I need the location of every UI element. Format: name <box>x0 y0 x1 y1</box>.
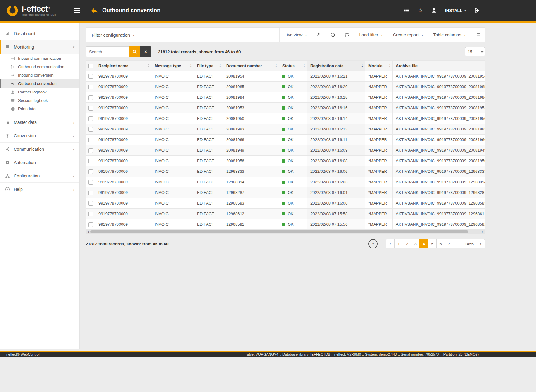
page-size-select[interactable]: 15 <box>465 47 485 56</box>
column-header-archive-file[interactable]: Archive file <box>393 61 485 71</box>
table-row[interactable]: 9919778700009 INVOIC EDIFACT 20081956 OK… <box>86 156 485 166</box>
table-row[interactable]: 9919778700009 INVOIC EDIFACT 12968583 OK… <box>86 198 485 209</box>
column-header-module[interactable]: Module▲▼ <box>365 61 393 71</box>
refresh-button[interactable] <box>312 28 326 42</box>
table-row[interactable]: 9919778700009 INVOIC EDIFACT 20081950 OK… <box>86 113 485 124</box>
clear-search-button[interactable]: ✕ <box>140 46 151 57</box>
row-checkbox[interactable] <box>88 180 93 185</box>
row-checkbox[interactable] <box>88 116 93 121</box>
row-checkbox[interactable] <box>88 212 93 216</box>
sidebar-item-inbound-communication[interactable]: Inbound communication <box>0 54 79 63</box>
sidebar-item-help[interactable]: ? Help ‹ <box>0 182 79 196</box>
pagination-page-1[interactable]: 1 <box>394 239 403 248</box>
schedule-button[interactable] <box>326 28 340 42</box>
column-header-registration-date[interactable]: Registration date▲▼ <box>307 61 365 71</box>
install-menu-button[interactable]: INSTALL ▾ <box>443 6 468 15</box>
sidebar-item-monitoring[interactable]: Monitoring ▾ <box>0 40 79 54</box>
row-checkbox[interactable] <box>88 85 93 89</box>
row-checkbox[interactable] <box>88 191 93 195</box>
table-row[interactable]: 9919778700009 INVOIC EDIFACT 12968333 OK… <box>86 166 485 177</box>
logo[interactable]: i-effect® integrated solutions for IBM i <box>6 4 67 17</box>
search-input[interactable] <box>86 46 129 57</box>
sidebar-item-partner-logbook[interactable]: Partner logbook <box>0 88 79 96</box>
status-ok-icon <box>282 75 285 78</box>
sidebar-item-outbound-conversion[interactable]: Outbound conversion <box>0 79 79 88</box>
row-checkbox[interactable] <box>88 138 93 142</box>
sidebar-item-inbound-conversion[interactable]: Inbound conversion <box>0 71 79 79</box>
sidebar-item-master-data[interactable]: Master data ‹ <box>0 116 79 129</box>
table-row[interactable]: 9919778700009 INVOIC EDIFACT 12968581 OK… <box>86 219 485 230</box>
pagination-next[interactable]: › <box>476 239 485 248</box>
scroll-right-icon[interactable]: › <box>480 230 485 234</box>
row-checkbox[interactable] <box>88 127 93 132</box>
cell-module: *MAPPER <box>365 82 393 92</box>
menu-toggle-button[interactable] <box>70 7 83 14</box>
row-checkbox[interactable] <box>88 159 93 163</box>
column-header-document-number[interactable]: Document number▲▼ <box>223 61 279 71</box>
table-row[interactable]: 9919778700009 INVOIC EDIFACT 20081985 OK… <box>86 82 485 92</box>
sidebar-item-communication[interactable]: Communication ‹ <box>0 142 79 156</box>
row-checkbox[interactable] <box>88 201 93 206</box>
sidebar-item-print-data[interactable]: Print data <box>0 105 79 113</box>
pagination-page-2[interactable]: 2 <box>403 239 411 248</box>
table-row[interactable]: 9919778700009 INVOIC EDIFACT 20081949 OK… <box>86 145 485 156</box>
sidebar-item-conversion[interactable]: Conversion ‹ <box>0 129 79 142</box>
logout-button[interactable] <box>471 5 482 16</box>
row-checkbox[interactable] <box>88 222 93 227</box>
row-checkbox[interactable] <box>88 106 93 111</box>
table-row[interactable]: 9919778700009 INVOIC EDIFACT 12968612 OK… <box>86 209 485 219</box>
table-row[interactable]: 9919778700009 INVOIC EDIFACT 20081953 OK… <box>86 103 485 113</box>
row-checkbox[interactable] <box>88 95 93 100</box>
sidebar-item-label: Automation <box>14 160 36 165</box>
column-header-file-type[interactable]: File type▲▼ <box>194 61 223 71</box>
row-checkbox[interactable] <box>88 148 93 153</box>
column-header-recipient-name[interactable]: Recipient name▲▼ <box>95 61 151 71</box>
pagination-page-7[interactable]: 7 <box>445 239 453 248</box>
live-view-button[interactable]: Live view ▾ <box>279 28 312 42</box>
sidebar-item-dashboard[interactable]: Dashboard <box>0 27 79 40</box>
table-body: 9919778700009 INVOIC EDIFACT 20081954 OK… <box>86 71 485 230</box>
scroll-to-top-button[interactable]: ↑ <box>368 239 378 248</box>
auto-refresh-button[interactable] <box>340 28 354 42</box>
favorites-button[interactable]: ☆ <box>415 5 425 16</box>
sidebar-item-outbound-communication[interactable]: Outbound communication <box>0 63 79 71</box>
user-button[interactable] <box>428 5 439 16</box>
table-columns-label: Table columns <box>433 32 461 37</box>
filter-configuration-button[interactable]: Filter configuration ▾ <box>86 28 140 42</box>
pagination-prev[interactable]: ‹ <box>386 239 395 248</box>
status-ok-icon <box>282 138 285 141</box>
table-row[interactable]: 9919778700009 INVOIC EDIFACT 12968287 OK… <box>86 187 485 198</box>
column-header-message-type[interactable]: Message type▲▼ <box>151 61 194 71</box>
table-row[interactable]: 9919778700009 INVOIC EDIFACT 20081966 OK… <box>86 135 485 145</box>
row-checkbox[interactable] <box>88 74 93 79</box>
table-row[interactable]: 9919778700009 INVOIC EDIFACT 20081984 OK… <box>86 92 485 103</box>
row-checkbox[interactable] <box>88 169 93 174</box>
pagination-page-4[interactable]: 4 <box>419 239 428 248</box>
cell-file-type: EDIFACT <box>194 166 223 177</box>
queue-button[interactable] <box>401 5 412 16</box>
scroll-left-icon[interactable]: ‹ <box>86 230 90 234</box>
cell-status: OK <box>279 92 307 103</box>
search-button[interactable] <box>129 46 140 57</box>
pagination-page-5[interactable]: 5 <box>428 239 437 248</box>
sidebar-item-session-logbook[interactable]: Session logbook <box>0 96 79 105</box>
sidebar-item-automation[interactable]: Automation <box>0 156 79 169</box>
pagination-page-6[interactable]: 6 <box>436 239 445 248</box>
scrollbar-thumb[interactable] <box>90 230 468 233</box>
sort-icons: ▲▼ <box>303 64 305 68</box>
list-view-button[interactable] <box>471 28 485 42</box>
sidebar-item-configuration[interactable]: Configuration ‹ <box>0 169 79 182</box>
table-row[interactable]: 9919778700009 INVOIC EDIFACT 12968394 OK… <box>86 177 485 187</box>
table-row[interactable]: 9919778700009 INVOIC EDIFACT 20081983 OK… <box>86 124 485 135</box>
table-columns-button[interactable]: Table columns ▾ <box>428 28 471 42</box>
create-report-button[interactable]: Create report ▾ <box>388 28 428 42</box>
table-row[interactable]: 9919778700009 INVOIC EDIFACT 20081954 OK… <box>86 71 485 82</box>
select-all-checkbox[interactable] <box>88 64 93 68</box>
load-filter-button[interactable]: Load filter ▾ <box>354 28 388 42</box>
pagination-page-1455[interactable]: 1455 <box>462 239 476 248</box>
pagination-page-3[interactable]: 3 <box>411 239 420 248</box>
cell-file-type: EDIFACT <box>194 124 223 135</box>
horizontal-scrollbar[interactable]: ‹ › <box>86 230 485 234</box>
logo-subtitle: integrated solutions for IBM i <box>22 13 56 16</box>
column-header-status[interactable]: Status▲▼ <box>279 61 307 71</box>
